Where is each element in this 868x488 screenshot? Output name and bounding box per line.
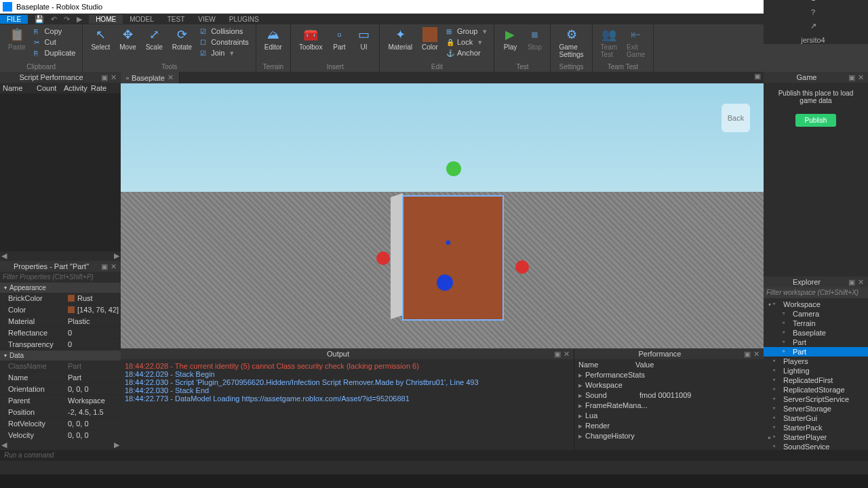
handle-left[interactable] [376, 251, 390, 265]
tab-plugins[interactable]: PLUGINS [222, 15, 266, 24]
play-button[interactable]: ▶Play [498, 26, 521, 52]
tree-item[interactable]: ▫SoundService [764, 442, 868, 450]
tree-item[interactable]: ▫Camera [764, 309, 868, 319]
properties-filter[interactable]: Filter Properties (Ctrl+Shift+P) [0, 272, 121, 283]
username[interactable]: jersito4 [801, 36, 825, 44]
undock-icon[interactable]: ▣ [847, 73, 856, 82]
close-icon[interactable]: ✕ [856, 73, 865, 82]
prop-velocity[interactable]: Velocity0, 0, 0 [0, 430, 121, 441]
close-tab-icon[interactable]: ✕ [167, 73, 174, 82]
explorer-tree[interactable]: ▾▫Workspace▫Camera▫Terrain▫Baseplate▫Par… [764, 298, 868, 450]
prop-brickcolor[interactable]: BrickColorRust [0, 293, 121, 304]
undock-icon[interactable]: ▣ [100, 73, 109, 82]
prop-transparency[interactable]: Transparency0 [0, 339, 121, 350]
tree-item[interactable]: ▫ReplicatedStorage [764, 385, 868, 394]
close-icon[interactable]: ✕ [562, 350, 571, 359]
prop-orientation[interactable]: Orientation0, 0, 0 [0, 384, 121, 395]
file-menu[interactable]: FILE [0, 15, 28, 24]
expand-viewport-icon[interactable]: ▣ [751, 72, 764, 83]
upgrade-icon[interactable]: ↥ [810, 0, 816, 3]
terrain-editor-button[interactable]: ⛰Editor [260, 26, 286, 52]
handle-front[interactable] [437, 274, 453, 291]
material-button[interactable]: ✦Material [384, 26, 416, 52]
tab-model[interactable]: MODEL [123, 15, 161, 24]
close-icon[interactable]: ✕ [109, 262, 118, 271]
join-toggle[interactable]: ☑Join▾ [197, 47, 252, 58]
perf-row[interactable]: ▸Soundfmod 00011009 [574, 390, 764, 401]
close-icon[interactable]: ✕ [752, 350, 761, 359]
perf-row[interactable]: ▸FrameRateMana... [574, 401, 764, 411]
prop-color[interactable]: Color[143, 76, 42] [0, 304, 121, 316]
tree-item[interactable]: ▫ServerScriptService [764, 394, 868, 404]
tree-item[interactable]: ▫StarterPack [764, 423, 868, 432]
publish-button[interactable]: Publish [795, 114, 837, 127]
viewport-tab[interactable]: ▫Baseplate✕ [121, 72, 180, 83]
tree-item[interactable]: ▫Baseplate [764, 328, 868, 338]
output-log[interactable]: 18:44:22.028 - The current identity (5) … [121, 359, 574, 450]
prop-material[interactable]: MaterialPlastic [0, 316, 121, 327]
part-button[interactable]: ▫Part [328, 26, 351, 52]
undo-icon[interactable]: ↶ [51, 15, 57, 24]
toolbox-button[interactable]: 🧰Toolbox [295, 26, 326, 52]
paste-button[interactable]: 📋Paste [4, 26, 30, 52]
rotate-button[interactable]: ⟳Rotate [168, 26, 196, 52]
script-perf-scrollbar[interactable]: ◀▶ [0, 251, 121, 261]
tree-item[interactable]: ▸▫StarterPlayer [764, 432, 868, 442]
prop-reflectance[interactable]: Reflectance0 [0, 327, 121, 339]
collisions-toggle[interactable]: ☑Collisions [197, 26, 252, 37]
undock-icon[interactable]: ▣ [100, 262, 109, 271]
tree-item[interactable]: ▫ReplicatedFirst [764, 375, 868, 385]
close-icon[interactable]: ✕ [109, 73, 118, 82]
prop-parent[interactable]: ParentWorkspace [0, 395, 121, 407]
constraints-toggle[interactable]: ☐Constraints [197, 37, 252, 47]
undock-icon[interactable]: ▣ [553, 350, 562, 359]
perf-row[interactable]: ▸Lua [574, 411, 764, 421]
performance-tree[interactable]: ▸PerformanceStats▸Workspace▸Soundfmod 00… [574, 370, 764, 441]
perf-row[interactable]: ▸Workspace [574, 380, 764, 390]
group-button[interactable]: ⊞Group▾ [443, 26, 490, 37]
undock-icon[interactable]: ▣ [743, 350, 752, 359]
camera-back-button[interactable]: Back [722, 104, 750, 132]
play-icon[interactable]: ▶ [77, 15, 82, 24]
selected-part[interactable] [402, 195, 504, 321]
explorer-filter[interactable]: Filter workspace (Ctrl+Shift+X) [764, 287, 868, 298]
command-bar[interactable]: Run a command [0, 450, 868, 461]
handle-top[interactable] [446, 161, 461, 176]
tree-item[interactable]: ▫Part [764, 338, 868, 347]
game-settings-button[interactable]: ⚙Game Settings [555, 26, 587, 60]
tree-item[interactable]: ▫Lighting [764, 366, 868, 375]
close-icon[interactable]: ✕ [856, 278, 865, 287]
tree-item[interactable]: ▫Terrain [764, 319, 868, 328]
undock-icon[interactable]: ▣ [847, 278, 856, 287]
perf-row[interactable]: ▸ChangeHistory [574, 431, 764, 441]
tab-test[interactable]: TEST [161, 15, 192, 24]
cat-data[interactable]: Data [0, 350, 121, 361]
help-icon[interactable]: ? [811, 8, 815, 16]
tree-item[interactable]: ▾▫Workspace [764, 300, 868, 309]
prop-rotvelocity[interactable]: RotVelocity0, 0, 0 [0, 418, 121, 430]
tree-item[interactable]: ▫Players [764, 357, 868, 366]
select-button[interactable]: ↖Select [87, 26, 114, 52]
tree-item[interactable]: ▫Part [764, 347, 868, 357]
color-button[interactable]: Color [418, 26, 442, 52]
move-button[interactable]: ✥Move [115, 26, 140, 52]
ui-button[interactable]: ▭UI [352, 26, 375, 52]
share-icon[interactable]: ↗ [810, 22, 816, 30]
anchor-button[interactable]: ⚓Anchor [443, 47, 490, 58]
tab-home[interactable]: HOME [89, 15, 123, 24]
tree-item[interactable]: ▫ServerStorage [764, 404, 868, 413]
scale-button[interactable]: ⤢Scale [142, 26, 167, 52]
redo-icon[interactable]: ↷ [64, 15, 70, 24]
lock-button[interactable]: 🔒Lock▾ [443, 37, 490, 47]
handle-right[interactable] [515, 260, 529, 274]
tab-view[interactable]: VIEW [191, 15, 222, 24]
perf-row[interactable]: ▸Render [574, 421, 764, 431]
cat-appearance[interactable]: Appearance [0, 283, 121, 293]
copy-button[interactable]: ⎘Copy [31, 26, 79, 37]
properties-scrollbar[interactable]: ◀▶ [0, 441, 121, 450]
prop-position[interactable]: Position-2, 4.5, 1.5 [0, 407, 121, 418]
save-icon[interactable]: 💾 [35, 15, 44, 24]
3d-viewport[interactable]: Back [121, 83, 764, 348]
cut-button[interactable]: ✂Cut [31, 37, 79, 47]
prop-name[interactable]: NamePart [0, 372, 121, 384]
